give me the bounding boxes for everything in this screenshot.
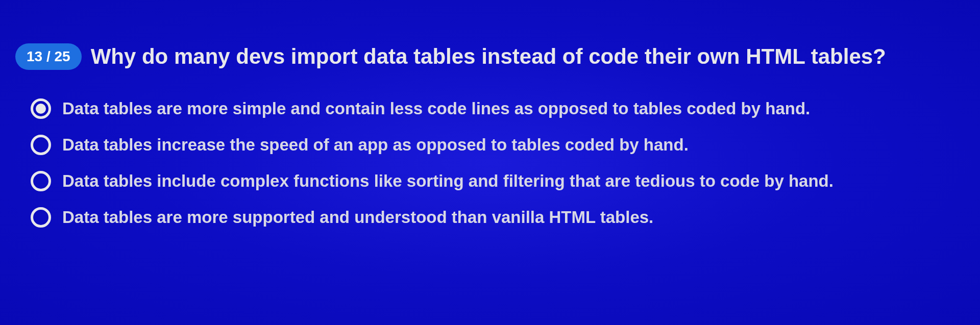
option-1[interactable]: Data tables are more simple and contain …	[31, 98, 965, 120]
question-header: 13 / 25 Why do many devs import data tab…	[15, 43, 965, 70]
option-label: Data tables include complex functions li…	[62, 170, 834, 192]
radio-icon[interactable]	[31, 135, 51, 155]
option-4[interactable]: Data tables are more supported and under…	[31, 207, 965, 229]
question-text: Why do many devs import data tables inst…	[91, 44, 886, 69]
option-label: Data tables increase the speed of an app…	[62, 134, 689, 156]
option-label: Data tables are more simple and contain …	[62, 98, 810, 120]
option-3[interactable]: Data tables include complex functions li…	[31, 170, 965, 192]
option-label: Data tables are more supported and under…	[62, 207, 653, 229]
radio-icon[interactable]	[31, 171, 51, 191]
radio-icon[interactable]	[31, 98, 51, 119]
option-2[interactable]: Data tables increase the speed of an app…	[31, 134, 965, 156]
options-container: Data tables are more simple and contain …	[15, 98, 965, 229]
radio-icon[interactable]	[31, 207, 51, 228]
question-counter-badge: 13 / 25	[15, 43, 82, 70]
